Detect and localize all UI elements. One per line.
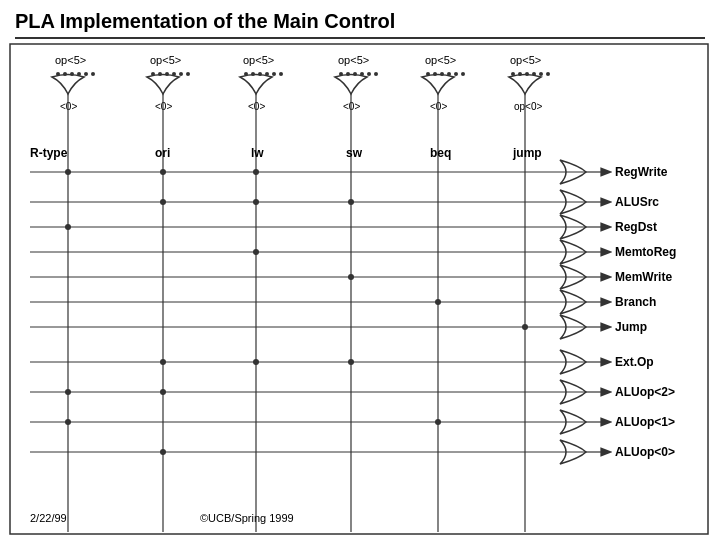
svg-text:sw: sw bbox=[346, 146, 363, 160]
svg-point-45 bbox=[454, 72, 458, 76]
svg-text:op<5>: op<5> bbox=[243, 54, 274, 66]
svg-point-5 bbox=[84, 72, 88, 76]
svg-text:ALUSrc: ALUSrc bbox=[615, 195, 659, 209]
svg-point-25 bbox=[272, 72, 276, 76]
svg-text:op<5>: op<5> bbox=[510, 54, 541, 66]
svg-text:op<0>: op<0> bbox=[514, 101, 543, 112]
svg-text:MemtoReg: MemtoReg bbox=[615, 245, 676, 259]
svg-point-26 bbox=[279, 72, 283, 76]
svg-text:<0>: <0> bbox=[155, 101, 172, 112]
svg-text:<0>: <0> bbox=[343, 101, 360, 112]
svg-text:<0>: <0> bbox=[60, 101, 77, 112]
svg-text:ALUop<2>: ALUop<2> bbox=[615, 385, 675, 399]
svg-point-85 bbox=[348, 274, 354, 280]
svg-text:jump: jump bbox=[512, 146, 542, 160]
svg-text:beq: beq bbox=[430, 146, 451, 160]
svg-point-56 bbox=[546, 72, 550, 76]
svg-text:op<5>: op<5> bbox=[338, 54, 369, 66]
svg-point-46 bbox=[461, 72, 465, 76]
svg-text:2/22/99: 2/22/99 bbox=[30, 512, 67, 524]
svg-text:<0>: <0> bbox=[430, 101, 447, 112]
svg-point-107 bbox=[65, 389, 71, 395]
svg-point-75 bbox=[65, 224, 71, 230]
svg-text:Ext.Op: Ext.Op bbox=[615, 355, 654, 369]
svg-point-95 bbox=[522, 324, 528, 330]
svg-point-36 bbox=[374, 72, 378, 76]
svg-text:Branch: Branch bbox=[615, 295, 656, 309]
svg-point-100 bbox=[160, 359, 166, 365]
diagram: op<5> <0> R-type op<5> <0> ori op<5> bbox=[0, 42, 720, 540]
svg-text:RegWrite: RegWrite bbox=[615, 165, 668, 179]
svg-text:lw: lw bbox=[251, 146, 264, 160]
svg-point-101 bbox=[253, 359, 259, 365]
svg-point-61 bbox=[65, 169, 71, 175]
svg-point-35 bbox=[367, 72, 371, 76]
svg-point-16 bbox=[186, 72, 190, 76]
svg-text:©UCB/Spring 1999: ©UCB/Spring 1999 bbox=[200, 512, 294, 524]
svg-point-6 bbox=[91, 72, 95, 76]
svg-point-68 bbox=[160, 199, 166, 205]
svg-text:op<5>: op<5> bbox=[55, 54, 86, 66]
svg-point-15 bbox=[179, 72, 183, 76]
svg-text:ori: ori bbox=[155, 146, 170, 160]
svg-text:MemWrite: MemWrite bbox=[615, 270, 672, 284]
svg-point-114 bbox=[435, 419, 441, 425]
svg-text:<0>: <0> bbox=[248, 101, 265, 112]
svg-point-102 bbox=[348, 359, 354, 365]
svg-point-62 bbox=[160, 169, 166, 175]
svg-rect-125 bbox=[10, 44, 708, 534]
svg-point-55 bbox=[539, 72, 543, 76]
svg-text:Jump: Jump bbox=[615, 320, 647, 334]
svg-point-80 bbox=[253, 249, 259, 255]
svg-point-113 bbox=[65, 419, 71, 425]
svg-text:R-type: R-type bbox=[30, 146, 68, 160]
svg-point-90 bbox=[435, 299, 441, 305]
svg-text:op<5>: op<5> bbox=[150, 54, 181, 66]
svg-point-63 bbox=[253, 169, 259, 175]
svg-point-108 bbox=[160, 389, 166, 395]
svg-text:RegDst: RegDst bbox=[615, 220, 657, 234]
svg-text:ALUop<1>: ALUop<1> bbox=[615, 415, 675, 429]
svg-point-70 bbox=[348, 199, 354, 205]
svg-text:op<5>: op<5> bbox=[425, 54, 456, 66]
svg-text:ALUop<0>: ALUop<0> bbox=[615, 445, 675, 459]
page-title: PLA Implementation of the Main Control bbox=[15, 10, 705, 39]
svg-point-69 bbox=[253, 199, 259, 205]
svg-point-119 bbox=[160, 449, 166, 455]
